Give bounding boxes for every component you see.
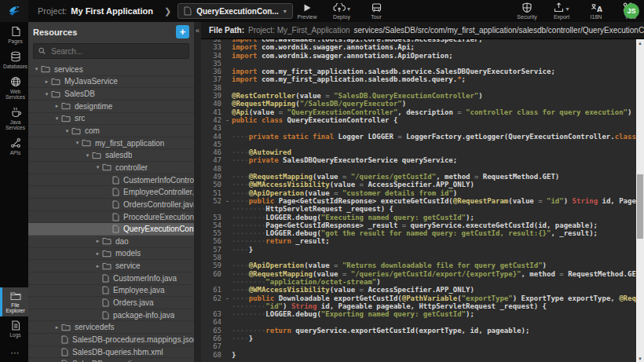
rail-item-apis[interactable]: APIs <box>0 133 28 159</box>
tree-item-customerinfo-java[interactable]: CustomerInfo.java <box>28 272 194 285</box>
code-text: ····} <box>232 335 253 342</box>
code-line[interactable]: 49····@RequestMapping(value = "/queries/… <box>201 173 636 181</box>
code-line[interactable]: 43 <box>201 124 636 132</box>
code-editor[interactable]: 32import com.wavemaker.tools.api.core.mo… <box>201 39 644 362</box>
tree-item-customerinfocontroller-java[interactable]: CustomerInfoController.java <box>28 174 194 187</box>
code-line[interactable]: ········HttpServletRequest _request) { <box>201 205 636 213</box>
tree-item-employeecontroller-java[interactable]: EmployeeController.java <box>28 186 194 199</box>
code-line[interactable]: 46····@Autowired <box>201 148 636 156</box>
fold-marker-icon[interactable]: - <box>223 116 232 124</box>
code-line[interactable]: 45 <box>201 141 636 148</box>
tree-item-salesdb[interactable]: ▾salesdb <box>28 149 194 162</box>
line-number: 39 <box>201 92 223 100</box>
code-line[interactable]: 55········LOGGER.debug("got the result f… <box>201 229 636 237</box>
code-line[interactable]: 41@Api(value = "QueryExecutionController… <box>201 108 636 116</box>
code-line[interactable]: 66····} <box>201 335 636 342</box>
code-line[interactable]: 68} <box>201 351 636 359</box>
export-button[interactable]: ▾Export <box>550 2 573 20</box>
code-line[interactable]: 62-····public Downloadable exportGetCust… <box>201 294 636 302</box>
code-line[interactable]: 40@RequestMapping("/SalesDB/queryExecuto… <box>201 100 636 108</box>
code-line[interactable]: 42-public class QueryExecutionController… <box>201 116 636 124</box>
code-line[interactable]: 67 <box>201 342 636 350</box>
search-input[interactable] <box>49 46 184 57</box>
code-line[interactable]: 63········LOGGER.debug("Exporting named … <box>201 310 636 318</box>
deploy-button[interactable]: ▾Deploy <box>330 2 353 20</box>
code-line[interactable]: 54········Page<GetCustIdResponse> _resul… <box>201 221 636 229</box>
fold-spacer <box>223 342 232 350</box>
code-line[interactable]: 64 <box>201 318 636 326</box>
tree-item-orderscontroller-java[interactable]: OrdersController.java <box>28 199 194 211</box>
code-line[interactable]: 53········LOGGER.debug("Executing named … <box>201 214 636 221</box>
svg-text:A: A <box>597 5 602 13</box>
fold-spacer <box>223 60 232 68</box>
tree-item-controller[interactable]: ▾controller <box>28 162 194 174</box>
code-line[interactable]: ········"id") String id, Pageable pageab… <box>201 302 636 310</box>
app-logo[interactable] <box>0 0 28 22</box>
rail-item-java-services[interactable]: JavaServices <box>0 103 28 133</box>
code-line[interactable]: 58 <box>201 254 636 261</box>
fold-marker-icon[interactable]: - <box>223 197 232 205</box>
tree-item-queryexecutioncontroller-java[interactable]: QueryExecutionController.java <box>28 223 194 236</box>
tree-item-salesdb-properties[interactable]: SalesDB.properties <box>28 358 194 362</box>
tree-item-procedureexecutioncontroller-java[interactable]: ProcedureExecutionController.java <box>28 211 194 224</box>
user-avatar[interactable]: JS <box>624 3 639 19</box>
i18n-button[interactable]: AI18N <box>584 2 608 20</box>
code-line[interactable]: 57····} <box>201 246 636 254</box>
tree-item-dao[interactable]: ▸dao <box>28 236 194 248</box>
code-line[interactable]: 38 <box>201 84 636 92</box>
editor-scrollbar[interactable]: ▲ ▼ <box>636 39 644 362</box>
code-line[interactable]: 61····@WMAccessVisibility(value = Access… <box>201 286 636 294</box>
code-line[interactable]: 56········return _result; <box>201 237 636 245</box>
rail-item-databases[interactable]: Databases <box>0 47 28 72</box>
tree-item-salesdb-queries-hbm-xml[interactable]: SalesDB-queries.hbm.xml <box>28 346 194 359</box>
search-area <box>28 42 194 64</box>
rail-item-file-explorer[interactable]: FileExplorer <box>0 287 28 316</box>
tree-item-my-first-application[interactable]: ▾my_first_application <box>28 137 194 150</box>
tree-item-com[interactable]: ▾com <box>28 125 194 137</box>
rail-item-pages[interactable]: Pages <box>0 22 28 47</box>
code-line[interactable]: 44····private static final Logger LOGGER… <box>201 133 636 141</box>
code-line[interactable]: 59····@ApiOperation(value = "Returns dow… <box>201 261 636 269</box>
tree-item-orders-java[interactable]: Orders.java <box>28 297 194 309</box>
code-line[interactable]: 34import com.wordnik.swagger.annotations… <box>201 52 636 60</box>
code-line[interactable]: 33import com.wordnik.swagger.annotations… <box>201 43 636 51</box>
add-resource-button[interactable]: + <box>176 25 189 38</box>
fold-marker-icon[interactable]: - <box>223 294 232 302</box>
scrollbar-thumb[interactable] <box>637 174 643 239</box>
tree-item-employee-java[interactable]: Employee.java <box>28 285 194 298</box>
code-line[interactable]: 36import com.my_first_application.salesd… <box>201 68 636 75</box>
tree-item-salesdb[interactable]: ▾SalesDB <box>28 88 194 101</box>
preview-button[interactable]: Preview <box>295 2 319 20</box>
rail-item-more[interactable]: ⋯ <box>0 341 28 362</box>
tree-item-package-info-java[interactable]: package-info.java <box>28 309 194 322</box>
code-line[interactable]: 39@RestController(value = "SalesDB.Query… <box>201 92 636 100</box>
code-line[interactable]: ········"application/octet-stream") <box>201 278 636 286</box>
tree-item-myjavaservice[interactable]: ▸MyJavaService <box>28 76 194 89</box>
search-box[interactable] <box>33 43 189 59</box>
collapse-panel-icon[interactable]: « <box>194 27 201 35</box>
tour-button[interactable]: Tour <box>364 2 388 20</box>
security-button[interactable]: Security <box>515 2 539 20</box>
tree-item-models[interactable]: ▸models <box>28 248 194 261</box>
tree-item-services[interactable]: ▾services <box>28 64 194 76</box>
code-line[interactable]: 50····@WMAccessVisibility(value = Access… <box>201 181 636 188</box>
scroll-up-icon[interactable]: ▲ <box>636 39 644 46</box>
code-line[interactable]: 35 <box>201 60 636 68</box>
code-line[interactable]: 48 <box>201 165 636 173</box>
code-line[interactable]: 37import com.my_first_application.salesd… <box>201 75 636 83</box>
code-line[interactable]: 60····@RequestMapping(value = "/queries/… <box>201 270 636 278</box>
tree-item-servicedefs[interactable]: ▸servicedefs <box>28 321 194 334</box>
tree-item-src[interactable]: ▾src <box>28 113 194 126</box>
tree-item-salesdb-procedures-mappings-json[interactable]: SalesDB-procedures.mappings.json <box>28 334 194 346</box>
tree-item-designtime[interactable]: ▸designtime <box>28 101 194 113</box>
open-file-dropdown[interactable]: QueryExecutionCon... ▾ <box>177 3 292 19</box>
code-line[interactable]: 51····@ApiOperation(value = "customer de… <box>201 189 636 197</box>
project-name[interactable]: My First Application <box>71 6 153 16</box>
tree-item-service[interactable]: ▸service <box>28 260 194 272</box>
code-line[interactable]: 47····private SalesDBQueryExecutorServic… <box>201 156 636 164</box>
code-line[interactable]: 65········return queryService.exportGetC… <box>201 327 636 335</box>
rail-item-logs[interactable]: Logs <box>0 316 28 341</box>
code-line[interactable]: 52-····public Page<GetCustIdResponse> ex… <box>201 197 636 205</box>
rail-item-web-services[interactable]: WebServices <box>0 72 28 103</box>
scroll-down-icon[interactable]: ▼ <box>636 355 644 362</box>
